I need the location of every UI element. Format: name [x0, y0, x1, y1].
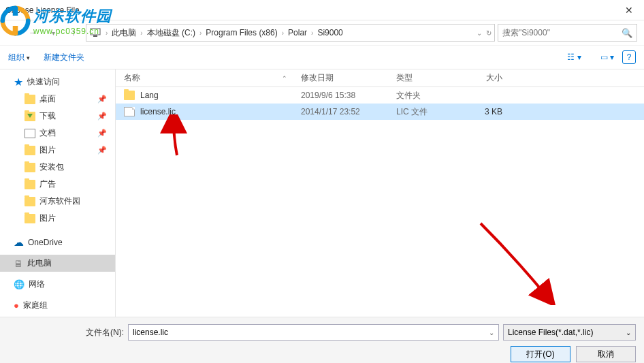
footer: 文件名(N): ⌄ License Files(*.dat,*.lic) ⌄ 打… [0, 317, 644, 363]
sidebar-this-pc[interactable]: 🖥此电脑 [0, 255, 115, 272]
refresh-button[interactable]: ↻ [486, 29, 492, 37]
svg-rect-2 [91, 29, 100, 35]
folder-icon [25, 197, 35, 206]
sidebar-item-downloads[interactable]: 下载📌 [0, 108, 115, 125]
help-button[interactable]: ? [622, 50, 636, 64]
file-list: 名称⌃ 修改日期 类型 大小 Lang 2019/9/6 15:38 文件夹 l… [116, 69, 644, 317]
folder-icon [25, 163, 35, 172]
sidebar-onedrive[interactable]: ☁OneDrive [0, 234, 115, 251]
breadcrumb-part-3[interactable]: Si9000 [316, 28, 344, 37]
filename-input[interactable] [133, 328, 489, 337]
file-icon [124, 107, 135, 116]
pc-icon [89, 27, 101, 39]
onedrive-icon: ☁ [14, 236, 24, 249]
breadcrumb-root[interactable]: 此电脑 [110, 27, 138, 39]
view-details-icon[interactable]: ▭ ▾ [600, 52, 614, 62]
pin-icon: 📌 [97, 112, 107, 121]
sort-indicator: ⌃ [282, 75, 287, 82]
pc-icon: 🖥 [14, 258, 23, 269]
new-folder-button[interactable]: 新建文件夹 [44, 52, 84, 63]
homegroup-icon: ● [14, 300, 19, 311]
sidebar: ★快速访问 桌面📌 下载📌 文档📌 图片📌 安装包 广告 河东软件园 图片 ☁O… [0, 69, 116, 317]
window-title: Choose License File [5, 5, 80, 15]
breadcrumb-dropdown[interactable]: ⌄ [477, 29, 482, 37]
breadcrumb-sep: › [103, 29, 110, 37]
open-button[interactable]: 打开(O) [511, 346, 570, 362]
breadcrumb-part-1[interactable]: Program Files (x86) [204, 28, 278, 37]
folder-icon [25, 146, 35, 155]
column-date[interactable]: 修改日期 [293, 72, 388, 84]
network-icon: 🌐 [14, 279, 25, 289]
downloads-icon [25, 112, 35, 121]
filter-dropdown[interactable]: License Files(*.dat,*.lic) ⌄ [503, 324, 636, 341]
cancel-button[interactable]: 取消 [576, 346, 636, 362]
breadcrumb[interactable]: › 此电脑 › 本地磁盘 (C:) › Program Files (x86) … [86, 24, 495, 42]
breadcrumb-part-0[interactable]: 本地磁盘 (C:) [146, 27, 197, 39]
folder-icon [25, 214, 35, 223]
navbar: ← → ▾ ↑ › 此电脑 › 本地磁盘 (C:) › Program File… [0, 20, 644, 45]
sidebar-item-4[interactable]: 安装包 [0, 159, 115, 176]
file-row-license[interactable]: license.lic 2014/1/17 23:52 LIC 文件 3 KB [116, 104, 644, 120]
sidebar-network[interactable]: 🌐网络 [0, 276, 115, 293]
pin-icon: 📌 [97, 129, 107, 138]
view-list-icon[interactable]: ☷ ▾ [567, 52, 581, 62]
filename-label: 文件名(N): [8, 327, 124, 338]
pin-icon: 📌 [97, 95, 107, 104]
sidebar-homegroup[interactable]: ●家庭组 [0, 297, 115, 314]
titlebar: Choose License File ✕ [0, 0, 644, 20]
sidebar-quick-access[interactable]: ★快速访问 [0, 74, 115, 91]
toolbar: 组织 新建文件夹 ☷ ▾ ▭ ▾ ? [0, 45, 644, 69]
sidebar-item-documents[interactable]: 文档📌 [0, 125, 115, 142]
folder-icon [25, 95, 35, 104]
search-box[interactable]: 🔍 [498, 24, 637, 42]
organize-button[interactable]: 组织 [8, 52, 30, 63]
back-button[interactable]: ← [3, 23, 22, 42]
sidebar-item-7[interactable]: 图片 [0, 210, 115, 227]
sidebar-item-5[interactable]: 广告 [0, 176, 115, 193]
svg-rect-3 [93, 35, 97, 37]
star-icon: ★ [14, 76, 23, 89]
file-list-header: 名称⌃ 修改日期 类型 大小 [116, 69, 644, 87]
body: ★快速访问 桌面📌 下载📌 文档📌 图片📌 安装包 广告 河东软件园 图片 ☁O… [0, 69, 644, 317]
folder-icon [25, 180, 35, 189]
close-button[interactable]: ✕ [614, 0, 644, 20]
folder-icon [124, 91, 135, 100]
file-row-folder[interactable]: Lang 2019/9/6 15:38 文件夹 [116, 87, 644, 104]
documents-icon [25, 129, 35, 138]
search-icon[interactable]: 🔍 [622, 28, 632, 38]
breadcrumb-part-2[interactable]: Polar [287, 28, 308, 37]
forward-button: → [23, 23, 42, 42]
sidebar-item-desktop[interactable]: 桌面📌 [0, 91, 115, 108]
column-size[interactable]: 大小 [456, 72, 511, 84]
search-input[interactable] [502, 28, 622, 37]
pin-icon: 📌 [97, 146, 107, 155]
column-name[interactable]: 名称⌃ [116, 72, 293, 84]
up-button[interactable]: ↑ [64, 23, 83, 42]
sidebar-item-pictures[interactable]: 图片📌 [0, 142, 115, 159]
chevron-down-icon: ⌄ [626, 329, 631, 336]
filename-field[interactable]: ⌄ [128, 324, 499, 341]
column-type[interactable]: 类型 [388, 72, 456, 84]
sidebar-item-6[interactable]: 河东软件园 [0, 193, 115, 210]
filename-dropdown[interactable]: ⌄ [489, 329, 494, 336]
recent-dropdown[interactable]: ▾ [44, 23, 63, 42]
